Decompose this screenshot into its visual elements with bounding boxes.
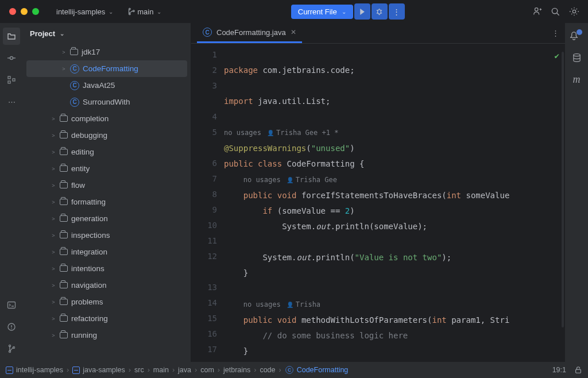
- editor-tab[interactable]: C CodeFormatting.java ✕: [197, 23, 302, 43]
- commit-icon: [7, 53, 16, 63]
- tree-item[interactable]: >integration: [23, 244, 191, 260]
- tree-item[interactable]: CSurroundWith: [23, 94, 191, 110]
- breadcrumbs[interactable]: intellij-samples›java-samples›src›main›j…: [6, 365, 348, 375]
- tree-item[interactable]: >formatting: [23, 194, 191, 210]
- tree-item[interactable]: >running: [23, 327, 191, 344]
- folder-icon: [60, 315, 68, 322]
- tree-item[interactable]: >inspections: [23, 227, 191, 244]
- folder-icon: [60, 132, 68, 138]
- lock-icon[interactable]: [574, 366, 582, 374]
- close-tab-icon[interactable]: ✕: [291, 28, 296, 36]
- tree-item[interactable]: >completion: [23, 110, 191, 127]
- minimize-window-icon[interactable]: [21, 8, 28, 15]
- close-window-icon[interactable]: [9, 8, 16, 15]
- debug-button[interactable]: [372, 3, 388, 20]
- tree-item[interactable]: >editing: [23, 144, 191, 160]
- branch-name: main: [137, 7, 153, 16]
- tree-arrow-icon: >: [51, 299, 56, 305]
- tree-item[interactable]: >problems: [23, 294, 191, 310]
- branch-icon: [127, 7, 135, 16]
- tree-item[interactable]: CJavaAt25: [23, 77, 191, 94]
- vcs-tool-button[interactable]: [3, 340, 20, 357]
- code-token: ): [350, 206, 354, 215]
- code-token: public void: [243, 315, 301, 325]
- breadcrumb-item[interactable]: java-samples: [72, 366, 125, 374]
- breadcrumb-item[interactable]: code: [260, 366, 275, 374]
- line-number: 11: [191, 233, 217, 249]
- code-token: (: [306, 144, 311, 153]
- tree-arrow-icon: >: [51, 116, 56, 122]
- tree-item[interactable]: >refactoring: [23, 310, 191, 327]
- editor-content[interactable]: package com.jetbrains.code; import java.…: [223, 44, 565, 362]
- problems-tool-button[interactable]: [3, 318, 20, 335]
- breadcrumb-item[interactable]: jetbrains: [223, 366, 250, 374]
- svg-point-12: [573, 53, 579, 56]
- breadcrumb-item[interactable]: com: [200, 366, 214, 374]
- code-token: "unused": [311, 144, 350, 153]
- tree-item[interactable]: >intentions: [23, 260, 191, 277]
- alert-icon: [7, 322, 16, 331]
- run-config-selector[interactable]: Current File ⌄: [291, 5, 353, 19]
- tree-item[interactable]: >CCodeFormatting: [26, 60, 187, 77]
- folder-icon: [60, 199, 68, 205]
- code-token: System.: [262, 253, 296, 262]
- breadcrumb-separator-icon: ›: [172, 366, 175, 374]
- commit-tool-button[interactable]: [3, 49, 20, 67]
- caret-position[interactable]: 19:1: [552, 366, 566, 374]
- search-everywhere-button[interactable]: [548, 3, 564, 20]
- tree-item[interactable]: >generation: [23, 210, 191, 227]
- project-tree[interactable]: >jdk17>CCodeFormattingCJavaAt25CSurround…: [23, 44, 191, 362]
- tree-arrow-icon: >: [61, 66, 67, 72]
- tree-item[interactable]: >jdk17: [23, 44, 191, 60]
- tree-item[interactable]: >debugging: [23, 127, 191, 144]
- chevron-down-icon: ⌄: [157, 9, 161, 15]
- editor-scrollbar[interactable]: [562, 52, 564, 327]
- code-vision-hint[interactable]: no usagesTrisha: [243, 297, 320, 313]
- structure-icon: [7, 75, 16, 84]
- line-number: 16: [191, 326, 217, 342]
- tree-arrow-icon: >: [51, 233, 56, 238]
- more-tools-button[interactable]: ⋯: [3, 93, 20, 110]
- tree-item[interactable]: >flow: [23, 177, 191, 194]
- database-tool-button[interactable]: [568, 49, 585, 65]
- tree-item[interactable]: >navigation: [23, 277, 191, 294]
- run-button[interactable]: [354, 3, 370, 20]
- code-vision-hint[interactable]: no usagesTrisha Gee +1 *: [224, 125, 338, 141]
- breadcrumb-item[interactable]: CCodeFormatting: [285, 365, 349, 375]
- tree-item-label: CodeFormatting: [83, 64, 138, 73]
- code-token: if: [262, 206, 277, 215]
- panel-title: Project: [30, 29, 55, 38]
- breadcrumb-item[interactable]: intellij-samples: [6, 366, 63, 374]
- code-with-me-button[interactable]: [529, 3, 546, 20]
- settings-button[interactable]: [566, 3, 582, 20]
- tree-item[interactable]: >entity: [23, 160, 191, 177]
- breadcrumb-item[interactable]: main: [153, 366, 169, 374]
- more-run-button[interactable]: ⋮: [389, 3, 405, 20]
- project-tool-button[interactable]: [3, 28, 20, 45]
- structure-tool-button[interactable]: [3, 71, 20, 88]
- main-area: ⋯ Project ⌄ >jdk17>CCodeFormattingCJavaA…: [0, 23, 588, 362]
- project-selector[interactable]: intellij-samples ⌄: [52, 5, 118, 18]
- svg-rect-6: [8, 302, 16, 308]
- git-branch-selector[interactable]: main ⌄: [122, 5, 166, 18]
- code-vision-hint[interactable]: no usagesTrisha Gee: [243, 172, 337, 188]
- breadcrumb-item[interactable]: java: [178, 366, 191, 374]
- inspection-ok-icon[interactable]: ✔: [555, 48, 559, 64]
- tabs-menu-button[interactable]: ⋮: [552, 29, 559, 37]
- maximize-window-icon[interactable]: [32, 8, 39, 15]
- svg-rect-4: [8, 81, 10, 83]
- notifications-button[interactable]: [568, 28, 585, 44]
- line-number: 5: [191, 125, 217, 140]
- run-config-label: Current File: [298, 7, 337, 16]
- tree-arrow-icon: >: [51, 333, 56, 338]
- code-token: forceIfStatementsToHaveBraces: [301, 191, 442, 200]
- tree-item-label: running: [71, 331, 97, 340]
- breadcrumb-item[interactable]: src: [134, 366, 144, 374]
- chevron-down-icon: ⌄: [60, 30, 64, 37]
- maven-tool-button[interactable]: m: [568, 71, 585, 87]
- project-panel: Project ⌄ >jdk17>CCodeFormattingCJavaAt2…: [23, 23, 191, 362]
- project-panel-header[interactable]: Project ⌄: [23, 23, 191, 44]
- terminal-tool-button[interactable]: [3, 296, 20, 314]
- code-editor[interactable]: 123 45 6789101112 1314151617 package com…: [191, 44, 565, 362]
- line-number: 13: [191, 280, 217, 295]
